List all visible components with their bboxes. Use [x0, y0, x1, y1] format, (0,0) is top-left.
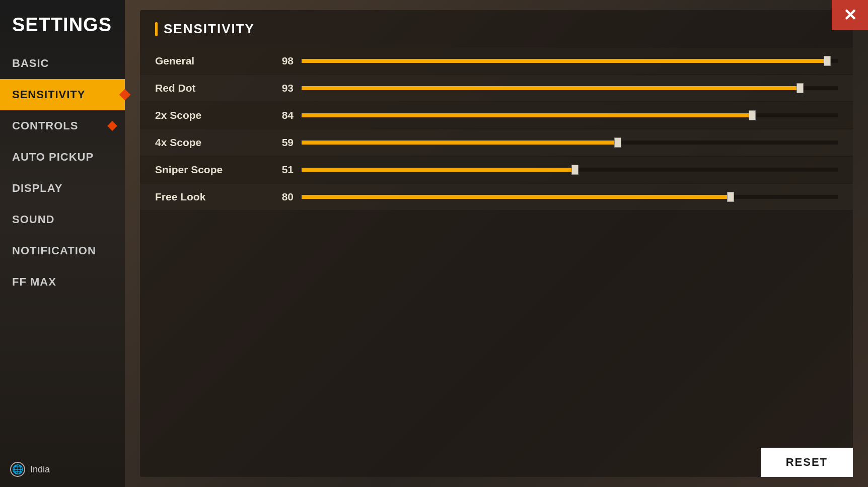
- sidebar-item-ff-max[interactable]: FF MAX: [0, 266, 125, 298]
- slider-row: 4x Scope59: [140, 129, 853, 156]
- main-content: ✕ SENSITIVITY General98Red Dot932x Scope…: [125, 0, 868, 487]
- slider-track-red-dot[interactable]: [302, 85, 838, 91]
- section-title: SENSITIVITY: [164, 21, 255, 37]
- slider-track-fill: [302, 168, 575, 172]
- sidebar-item-auto-pickup[interactable]: AUTO PICKUP: [0, 142, 125, 173]
- slider-thumb[interactable]: [614, 137, 621, 148]
- slider-label-2x-scope: 2x Scope: [155, 109, 266, 121]
- settings-title: SETTINGS: [0, 0, 125, 48]
- sidebar-item-notification[interactable]: NOTIFICATION: [0, 235, 125, 266]
- sidebar-item-basic[interactable]: BASIC: [0, 48, 125, 79]
- slider-thumb[interactable]: [824, 56, 831, 66]
- sidebar-item-sound[interactable]: SOUND: [0, 204, 125, 235]
- settings-panel: SENSITIVITY General98Red Dot932x Scope84…: [140, 10, 853, 477]
- slider-track-fill: [302, 113, 752, 117]
- slider-thumb[interactable]: [797, 83, 804, 93]
- slider-label-general: General: [155, 55, 266, 67]
- slider-track-general[interactable]: [302, 58, 838, 64]
- slider-track-fill: [302, 59, 827, 63]
- slider-row: 2x Scope84: [140, 102, 853, 128]
- slider-thumb[interactable]: [571, 165, 578, 175]
- slider-track-2x-scope[interactable]: [302, 112, 838, 118]
- sliders-container: General98Red Dot932x Scope844x Scope59Sn…: [140, 48, 853, 210]
- globe-icon: 🌐: [10, 462, 25, 477]
- reset-button[interactable]: RESET: [761, 448, 853, 477]
- section-header: SENSITIVITY: [140, 10, 853, 48]
- slider-thumb[interactable]: [727, 192, 734, 202]
- sidebar: SETTINGS BASICSENSITIVITYCONTROLSAUTO PI…: [0, 0, 125, 487]
- close-button[interactable]: ✕: [832, 0, 868, 30]
- slider-row: General98: [140, 48, 853, 74]
- sidebar-item-sensitivity[interactable]: SENSITIVITY: [0, 79, 125, 110]
- slider-row: Free Look80: [140, 184, 853, 210]
- slider-track-fill: [302, 86, 800, 90]
- sidebar-item-display[interactable]: DISPLAY: [0, 173, 125, 204]
- slider-value-free-look: 80: [266, 191, 294, 203]
- sidebar-item-controls[interactable]: CONTROLS: [0, 110, 125, 142]
- slider-row: Sniper Scope51: [140, 157, 853, 183]
- slider-value-red-dot: 93: [266, 82, 294, 94]
- controls-diamond-icon: [107, 121, 117, 131]
- slider-row: Red Dot93: [140, 75, 853, 101]
- slider-track-4x-scope[interactable]: [302, 140, 838, 146]
- region-label: India: [30, 464, 50, 475]
- section-indicator: [155, 22, 158, 36]
- reset-button-container: RESET: [761, 448, 853, 477]
- slider-value-sniper-scope: 51: [266, 164, 294, 176]
- slider-track-fill: [302, 195, 731, 199]
- slider-value-2x-scope: 84: [266, 109, 294, 121]
- close-icon: ✕: [843, 6, 857, 25]
- slider-label-free-look: Free Look: [155, 191, 266, 203]
- slider-label-red-dot: Red Dot: [155, 82, 266, 94]
- slider-track-free-look[interactable]: [302, 194, 838, 200]
- slider-label-4x-scope: 4x Scope: [155, 136, 266, 149]
- slider-label-sniper-scope: Sniper Scope: [155, 164, 266, 176]
- region-info: 🌐 India: [10, 462, 50, 477]
- slider-track-sniper-scope[interactable]: [302, 167, 838, 173]
- slider-thumb[interactable]: [749, 110, 756, 120]
- slider-value-4x-scope: 59: [266, 136, 294, 149]
- slider-track-fill: [302, 141, 618, 145]
- slider-value-general: 98: [266, 55, 294, 67]
